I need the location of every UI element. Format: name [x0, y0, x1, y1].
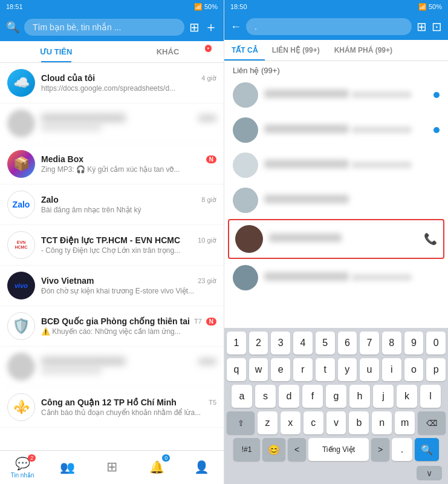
- tab-khac[interactable]: KHÁC •: [112, 41, 224, 62]
- mediabox-icon: 📦: [13, 156, 30, 172]
- key-6[interactable]: 6: [338, 332, 357, 355]
- key-u[interactable]: u: [360, 358, 379, 381]
- back-button[interactable]: ←: [230, 21, 241, 33]
- contact-avatar-6: [233, 265, 258, 290]
- key-y[interactable]: y: [338, 358, 357, 381]
- key-j[interactable]: j: [373, 385, 394, 408]
- key-q[interactable]: q: [227, 358, 246, 381]
- key-i[interactable]: i: [382, 358, 401, 381]
- nav-icon-contacts: 👥: [60, 460, 75, 474]
- key-m[interactable]: m: [395, 411, 415, 434]
- key-3[interactable]: 3: [271, 332, 290, 355]
- contact-avatar-1: [233, 82, 258, 108]
- key-h[interactable]: h: [349, 385, 370, 408]
- nav-explore[interactable]: ⊞: [89, 451, 134, 484]
- key-special[interactable]: !#1: [233, 438, 260, 461]
- msg-preview-congan: Cảnh báo thủ đoạn chuyển khoản nhằm để l…: [41, 408, 216, 417]
- key-2[interactable]: 2: [249, 332, 268, 355]
- tab-kham-pha[interactable]: KHÁM PHÁ (99+): [327, 40, 400, 60]
- qr-icon-right[interactable]: ⊡: [432, 19, 442, 34]
- tabs-right: TẤT CẢ LIÊN HỆ (99+) KHÁM PHÁ (99+): [224, 40, 448, 61]
- msg-name-mediabox: Media Box: [41, 154, 83, 164]
- message-item-vivo[interactable]: vivo Vivo Vietnam 23 giờ Đón chờ sự kiện…: [0, 266, 224, 306]
- contact-item-3[interactable]: [224, 148, 448, 183]
- key-lang[interactable]: Tiếng Việt: [308, 438, 369, 461]
- key-t[interactable]: t: [316, 358, 335, 381]
- key-d[interactable]: d: [279, 385, 299, 408]
- keyboard-row-z: ⇧ z x c v b n m ⌫: [227, 411, 446, 434]
- key-s[interactable]: s: [255, 385, 276, 408]
- msg-time-cloud: 4 giờ: [201, 74, 216, 82]
- search-input-left[interactable]: [24, 19, 184, 36]
- nav-contacts[interactable]: 👥: [45, 451, 89, 484]
- message-item-cloud[interactable]: ☁️ Cloud của tôi 4 giờ https://docs.goog…: [0, 63, 224, 103]
- message-item-zalo[interactable]: Zalo Zalo 8 giờ Bài đăng âm nhạc trên Nh…: [0, 185, 224, 225]
- key-l[interactable]: l: [420, 385, 441, 408]
- msg-content-cloud: Cloud của tôi 4 giờ https://docs.google.…: [41, 73, 216, 93]
- key-z[interactable]: z: [258, 411, 278, 434]
- key-e[interactable]: e: [271, 358, 290, 381]
- message-item-bcd[interactable]: 🛡️ BCĐ Quốc gia Phòng chống thiên tai T7…: [0, 306, 224, 347]
- key-7[interactable]: 7: [360, 332, 379, 355]
- key-o[interactable]: o: [404, 358, 424, 381]
- message-item-blur2: [0, 347, 224, 387]
- key-5[interactable]: 5: [316, 332, 335, 355]
- contact-item-2[interactable]: [224, 113, 448, 148]
- avatar-mediabox: 📦: [7, 150, 35, 178]
- key-backspace[interactable]: ⌫: [418, 411, 446, 434]
- key-9[interactable]: 9: [404, 332, 424, 355]
- qr-icon-left[interactable]: ⊞: [189, 20, 200, 34]
- key-search[interactable]: 🔍: [415, 438, 439, 461]
- key-b[interactable]: b: [349, 411, 369, 434]
- contact-item-6[interactable]: [224, 260, 448, 295]
- nav-profile[interactable]: 👤: [179, 451, 224, 484]
- key-chevron-right[interactable]: >: [371, 438, 389, 461]
- key-x[interactable]: x: [281, 411, 300, 434]
- contact-item-4[interactable]: [224, 183, 448, 218]
- tab-uu-tien[interactable]: ƯU TIÊN: [0, 41, 112, 62]
- grid-icon-right[interactable]: ⊞: [417, 19, 427, 34]
- message-item-mediabox[interactable]: 📦 Media Box N Zing MP3: 🎧 Ký gửi cảm xúc…: [0, 144, 224, 185]
- plus-icon-left[interactable]: ＋: [204, 18, 218, 36]
- key-v[interactable]: v: [326, 411, 346, 434]
- tab-tat-ca[interactable]: TẤT CẢ: [224, 40, 265, 60]
- key-k[interactable]: k: [397, 385, 417, 408]
- status-icons-right: 📶 50%: [418, 3, 442, 11]
- key-emoji[interactable]: 😊: [262, 438, 285, 461]
- key-n[interactable]: n: [372, 411, 392, 434]
- contact-item-1[interactable]: [224, 77, 448, 113]
- status-bar-left: 18:51 📶 50%: [0, 0, 224, 13]
- key-dot[interactable]: .: [392, 438, 412, 461]
- avatar-cloud: ☁️: [7, 69, 35, 97]
- key-a[interactable]: a: [232, 385, 252, 408]
- nav-notify[interactable]: 🔔 0: [134, 451, 179, 484]
- key-4[interactable]: 4: [293, 332, 313, 355]
- contact-info-6: [264, 272, 440, 283]
- contact-item-5-highlighted[interactable]: 📞: [228, 219, 444, 259]
- msg-preview-mediabox: Zing MP3: 🎧 Ký gửi cảm xúc hậu tan vỡ...: [41, 165, 216, 174]
- tab-lien-he[interactable]: LIÊN HỆ (99+): [265, 40, 327, 60]
- key-0[interactable]: 0: [426, 332, 446, 355]
- key-c[interactable]: c: [304, 411, 323, 434]
- status-bar-right: 18:50 📶 50%: [224, 0, 448, 13]
- chevron-down-button[interactable]: ∨: [417, 466, 442, 480]
- key-1[interactable]: 1: [227, 332, 246, 355]
- bottom-nav: 💬 Tin nhắn 2 👥 ⊞ 🔔 0 👤: [0, 450, 224, 484]
- key-w[interactable]: w: [249, 358, 268, 381]
- search-input-right[interactable]: [246, 18, 412, 35]
- keyboard-row-numbers: 1 2 3 4 5 6 7 8 9 0: [227, 332, 446, 355]
- key-r[interactable]: r: [293, 358, 313, 381]
- key-g[interactable]: g: [326, 385, 346, 408]
- key-8[interactable]: 8: [382, 332, 401, 355]
- nav-tin-nhan[interactable]: 💬 Tin nhắn 2: [0, 451, 45, 484]
- msg-preview-evn: - Công ty Điện lực Chợ Lớn xin trân trọn…: [41, 246, 216, 255]
- contact-avatar-5: [235, 225, 263, 253]
- key-shift[interactable]: ⇧: [227, 411, 255, 434]
- key-p[interactable]: p: [426, 358, 446, 381]
- message-item-evn[interactable]: EVNHCMC TCT Điện lực TP.HCM - EVN HCMC 1…: [0, 225, 224, 266]
- phone-icon-5[interactable]: 📞: [424, 232, 437, 246]
- message-item-congan[interactable]: ⚜️ Công an Quận 12 TP Hồ Chí Minh T5 Cản…: [0, 387, 224, 428]
- key-chevron-left[interactable]: <: [288, 438, 306, 461]
- key-f[interactable]: f: [302, 385, 323, 408]
- contacts-section: Liên hệ (99+): [224, 61, 448, 328]
